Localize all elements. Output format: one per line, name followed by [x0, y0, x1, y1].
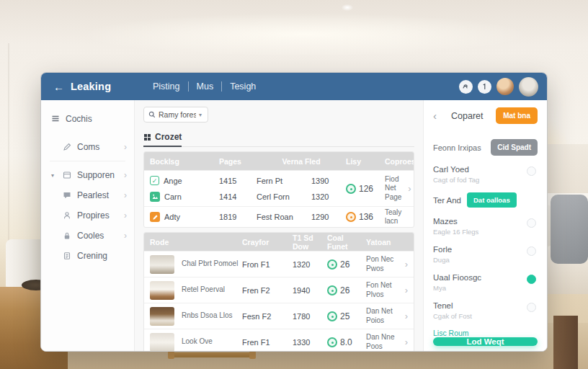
panel-section-row: Feonn Irxipas Cid Spadt: [433, 139, 538, 156]
row-room: Cerl Forn: [257, 192, 290, 201]
table-row[interactable]: ✓ Ange Carn 1415 1414: [144, 170, 414, 206]
sidebar-item-label: Coms: [77, 142, 99, 152]
table-row[interactable]: Chal Pbrt Pomoel Fron F1 1320 26 Pon Nec…: [144, 251, 414, 277]
header-actions: [459, 77, 547, 97]
pen-icon: [63, 143, 71, 151]
option-forle[interactable]: Forle Duga: [433, 245, 538, 264]
option-label: Forle: [433, 245, 520, 254]
edit-tile-icon[interactable]: [150, 212, 160, 222]
action-line: Fon Net: [366, 281, 392, 289]
room-thumbnail: [150, 333, 174, 352]
nav-item-tesigh[interactable]: Tesigh: [222, 81, 264, 92]
table-row[interactable]: Look Ove Fren F1 1330 8.0 Dan Nne Poos: [144, 329, 414, 352]
sidebar-item-propires[interactable]: Propires ›: [41, 205, 134, 226]
sidebar-item-label: Crening: [77, 251, 107, 261]
caret-down-icon: ▾: [199, 112, 202, 118]
chevron-right-icon[interactable]: ›: [403, 311, 408, 321]
panel-back-icon[interactable]: ‹: [433, 110, 437, 122]
search-icon: [148, 111, 156, 118]
header-nav: Pisting Mus Tesigh: [145, 81, 264, 92]
panel-title: Coparet: [451, 111, 483, 121]
nav-item-mus[interactable]: Mus: [189, 81, 223, 92]
table-row[interactable]: Adty 1819 Fest Roan 1290 136 Tealy lacn: [144, 206, 414, 227]
tab-crozet[interactable]: Crozet: [143, 132, 182, 147]
clock-badge-icon: [327, 259, 337, 270]
expand-caret-icon[interactable]: ▾: [51, 172, 54, 179]
radio-button[interactable]: [527, 275, 536, 284]
chevron-right-icon[interactable]: ›: [403, 337, 408, 347]
option-sublabel: Mya: [433, 284, 520, 292]
radio-button[interactable]: [527, 166, 536, 176]
option-carl-yoed[interactable]: Carl Yoed Cagt of fod Tag: [433, 165, 538, 184]
row-value: 1320: [311, 192, 329, 201]
clock-badge-icon: [346, 212, 356, 222]
badge-value: 136: [359, 212, 373, 222]
chevron-right-icon: ›: [124, 231, 127, 241]
room-thumbnail: [150, 281, 174, 300]
option-sublabel: Eagle 16 Flegs: [433, 228, 520, 236]
search-box[interactable]: ▾: [143, 107, 208, 123]
notification-icon[interactable]: [478, 80, 491, 94]
scribble-icon[interactable]: [459, 80, 473, 94]
sidebar-item-pearlest[interactable]: Pearlest ›: [41, 185, 134, 205]
clock-badge-icon: [327, 285, 337, 295]
sidebar-item-supporen[interactable]: ▾ Supporen ›: [41, 165, 134, 185]
status-badge: 136: [346, 212, 385, 222]
room-category: Fron F1: [242, 260, 270, 269]
sidebar-item-coms[interactable]: Coms ›: [41, 137, 134, 157]
chevron-right-icon[interactable]: ›: [406, 183, 411, 194]
secondary-action-button[interactable]: Cid Spadt: [491, 139, 538, 156]
chevron-right-icon: ›: [124, 190, 127, 200]
app-window: ← Leaking Pisting Mus Tesigh: [40, 72, 548, 352]
frame-icon: [63, 171, 71, 179]
primary-action-button[interactable]: Mat bna: [496, 107, 538, 124]
nav-item-pisting[interactable]: Pisting: [145, 81, 189, 92]
sidebar-item-label: Cochis: [66, 114, 92, 124]
row-value: 1390: [311, 177, 329, 185]
option-uaal-fioosgc[interactable]: Uaal Fioosgc Mya: [433, 273, 538, 292]
row-number: 1819: [219, 213, 236, 221]
panel-header: ‹ Coparet Mat bna: [433, 107, 538, 124]
column-header: Coproes: [385, 157, 414, 166]
chevron-right-icon[interactable]: ›: [403, 259, 408, 270]
action-line: Dan Net: [366, 307, 393, 315]
column-header: Crayfor: [242, 238, 293, 246]
chevron-right-icon[interactable]: ›: [403, 285, 408, 295]
row-value: 1290: [311, 213, 329, 221]
sidebar-item-crening[interactable]: Crening: [41, 246, 134, 266]
row-action-label: Dan Net Poios: [366, 307, 393, 325]
sidebar-item-cochis[interactable]: Cochis: [41, 110, 134, 128]
ceiling-light: [342, 4, 353, 11]
user-avatar[interactable]: [496, 78, 514, 95]
radio-button[interactable]: [527, 218, 536, 228]
option-tenel[interactable]: Tenel Cgak of Fost: [433, 301, 538, 320]
secondary-avatar[interactable]: [519, 77, 538, 97]
clock-badge-icon: [327, 311, 337, 321]
sidebar-item-label: Propires: [77, 210, 110, 221]
wood-bench: [171, 352, 253, 357]
chat-icon: [63, 191, 71, 200]
tab-label: Crozet: [155, 132, 182, 142]
table-row[interactable]: Retel Poerval Fren F2 1940 26 Fon Net Pl…: [144, 277, 414, 303]
app-title: Leaking: [71, 81, 111, 92]
radio-button[interactable]: [527, 303, 536, 312]
person-icon: [63, 211, 71, 220]
sidebar-item-cooles[interactable]: Cooles ›: [41, 226, 134, 246]
table-row[interactable]: Rnbs Dsoa Llos Fesn F2 1780 25 Dan Net P…: [144, 303, 414, 329]
section-label: Feonn Irxipas: [433, 143, 481, 152]
tag-badge[interactable]: Dat oalloas: [467, 192, 517, 208]
cta-button[interactable]: Lod Weqt: [433, 337, 538, 346]
search-input[interactable]: [159, 110, 196, 119]
row-name: Carn: [164, 192, 182, 201]
option-mazes[interactable]: Mazes Eagle 16 Flegs: [433, 217, 538, 236]
row-name: Ange: [164, 177, 182, 185]
room-category: Fren F2: [242, 286, 270, 295]
image-tile-icon[interactable]: [150, 192, 160, 202]
radio-button[interactable]: [527, 246, 536, 256]
panel-link[interactable]: Lisc Roum: [433, 329, 538, 337]
checkbox-checked-icon[interactable]: ✓: [150, 176, 159, 185]
back-arrow-icon[interactable]: ←: [53, 81, 64, 92]
column-header: Yatoan: [366, 238, 408, 246]
badge-value: 26: [340, 285, 349, 295]
column-header: Bocklsg: [150, 157, 219, 166]
